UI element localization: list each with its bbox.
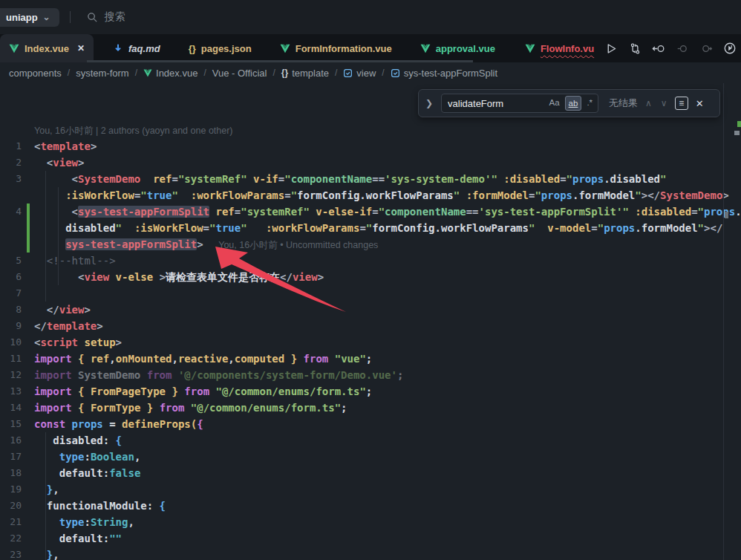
line-number: 13 [0, 383, 34, 400]
code-line[interactable]: 13import { FromPageType } from "@/common… [0, 383, 723, 400]
code-line[interactable]: disabled" :isWorkFlow="true" :workFlowPa… [0, 220, 723, 236]
tab-pages-json[interactable]: {} pages.json [180, 34, 261, 62]
breadcrumb-separator: / [335, 68, 337, 78]
editor-actions: ⋯ [603, 34, 741, 62]
close-icon[interactable]: ✕ [77, 43, 85, 53]
code-line[interactable]: 9</template> [0, 318, 723, 334]
code-line[interactable]: 2 <view> [0, 154, 723, 171]
whole-word-toggle[interactable]: ab [565, 96, 582, 111]
vue-icon [420, 44, 431, 53]
code-line[interactable]: 5 <!--html--> [0, 253, 723, 269]
nav-back-icon[interactable] [674, 40, 691, 56]
breadcrumb-separator: / [68, 68, 70, 78]
line-number: 5 [0, 253, 34, 269]
tab-index-vue[interactable]: Index.vue ✕ [0, 34, 94, 62]
divider [70, 11, 71, 23]
line-number [0, 122, 34, 138]
match-case-toggle[interactable]: Aa [546, 96, 563, 111]
code-line[interactable]: 4 <sys-test-appFormSplit ref="systemRef"… [0, 204, 723, 220]
line-number: 11 [0, 351, 34, 367]
line-number: 7 [0, 285, 34, 302]
line-number: 21 [0, 514, 34, 530]
line-number: 12 [0, 367, 34, 383]
tab-approval-vue[interactable]: approval.vue [411, 34, 504, 62]
tab-faq-md[interactable]: faq.md [104, 34, 169, 62]
code-line[interactable]: You, 16小时前 | 2 authors (yaoyn and one ot… [0, 122, 723, 138]
regex-toggle[interactable]: .* [584, 96, 595, 111]
debug-run-icon[interactable] [722, 40, 738, 56]
project-menu-button[interactable]: uniapp ⌄ [0, 8, 59, 27]
open-changes-icon[interactable] [650, 40, 667, 56]
line-number: 6 [0, 269, 34, 285]
tab-label: FormInformation.vue [296, 43, 392, 54]
breadcrumb-index-vue[interactable]: Index.vue [143, 68, 198, 79]
chevron-down-icon: ⌄ [43, 14, 50, 20]
run-file-button[interactable] [603, 40, 619, 56]
code-line[interactable]: 7 [0, 285, 723, 302]
nav-forward-icon[interactable] [698, 40, 714, 56]
code-line[interactable]: 1<template> [0, 138, 723, 154]
line-number: 23 [0, 547, 34, 560]
title-bar: uniapp ⌄ 搜索 [0, 0, 741, 34]
breadcrumb-template[interactable]: {} template [281, 68, 329, 79]
breadcrumb-vue-official[interactable]: Vue - Official [212, 68, 267, 79]
line-number: 22 [0, 530, 34, 547]
line-number: 19 [0, 481, 34, 498]
line-number: 3 [0, 171, 34, 187]
code-line[interactable]: 15const props = defineProps({ [0, 416, 723, 432]
code-line[interactable]: 16 disabled: { [0, 432, 723, 449]
tab-forminformation-vue[interactable]: FormInformation.vue [271, 34, 401, 62]
vue-icon [9, 44, 19, 53]
line-number [0, 220, 34, 236]
close-icon[interactable]: ✕ [696, 98, 704, 109]
search-placeholder: 搜索 [105, 10, 125, 24]
code-line[interactable]: 19 }, [0, 481, 723, 498]
tab-label: Index.vue [25, 43, 69, 54]
code-line[interactable]: 3 <SystemDemo ref="systemRef" v-if="comp… [0, 171, 723, 187]
code-line[interactable]: sys-test-appFormSplit> You, 16小时前 • Unco… [0, 236, 723, 253]
code-line[interactable]: 23 }, [0, 547, 723, 560]
breadcrumb-separator: / [382, 68, 384, 78]
code-line[interactable]: :isWorkFlow="true" :workFlowParams="form… [0, 187, 723, 204]
tab-flowinfo-vue[interactable]: FlowInfo.vu [516, 34, 603, 62]
code-line[interactable]: 11import { ref,onMounted,reactive,comput… [0, 351, 723, 367]
code-line[interactable]: 18 default:false [0, 465, 723, 481]
code-line[interactable]: 14import { FormType } from "@/common/enu… [0, 400, 723, 416]
code-editor[interactable]: You, 16小时前 | 2 authors (yaoyn and one ot… [0, 83, 741, 560]
toggle-replace-icon[interactable]: ❯ [423, 98, 435, 108]
markdown-icon [113, 43, 123, 53]
code-line[interactable]: 20 functionalModule: { [0, 498, 723, 514]
previous-match-icon[interactable]: ∧ [644, 98, 653, 108]
line-number [0, 236, 34, 253]
ruler-marker [734, 131, 740, 135]
symbol-module-icon: {} [281, 68, 288, 78]
tab-label: pages.json [201, 43, 252, 54]
line-number: 16 [0, 432, 34, 449]
code-line[interactable]: 10<script setup> [0, 334, 723, 351]
find-in-selection-icon[interactable]: ≡ [675, 97, 688, 110]
line-number: 1 [0, 138, 34, 154]
code-line[interactable]: 8 </view> [0, 302, 723, 318]
overview-ruler[interactable] [723, 83, 724, 560]
project-name: uniapp [6, 12, 38, 23]
code-line[interactable]: 12import SystemDemo from '@/components/s… [0, 367, 723, 383]
symbol-element-icon [391, 68, 400, 78]
code-line[interactable]: 17 type:Boolean, [0, 449, 723, 465]
next-match-icon[interactable]: ∨ [659, 98, 669, 108]
code-lines: You, 16小时前 | 2 authors (yaoyn and one ot… [0, 122, 723, 560]
tab-label: faq.md [128, 43, 160, 54]
breadcrumb-view[interactable]: view [343, 68, 376, 79]
git-compare-icon[interactable] [627, 40, 643, 56]
global-search-button[interactable]: 搜索 [87, 10, 125, 24]
symbol-element-icon [343, 68, 353, 78]
code-line[interactable]: 22 default:"" [0, 530, 723, 547]
breadcrumb-system-form[interactable]: system-form [76, 68, 129, 79]
breadcrumb-components[interactable]: components [9, 68, 62, 79]
line-number: 17 [0, 449, 34, 465]
breadcrumb-sys-test-appformsplit[interactable]: sys-test-appFormSplit [391, 68, 497, 79]
line-number: 10 [0, 334, 34, 351]
find-results-label: 无结果 [609, 97, 638, 110]
code-line[interactable]: 6 <view v-else >请检查表单文件是否存在</view> [0, 269, 723, 285]
line-number [0, 187, 34, 204]
code-line[interactable]: 21 type:String, [0, 514, 723, 530]
